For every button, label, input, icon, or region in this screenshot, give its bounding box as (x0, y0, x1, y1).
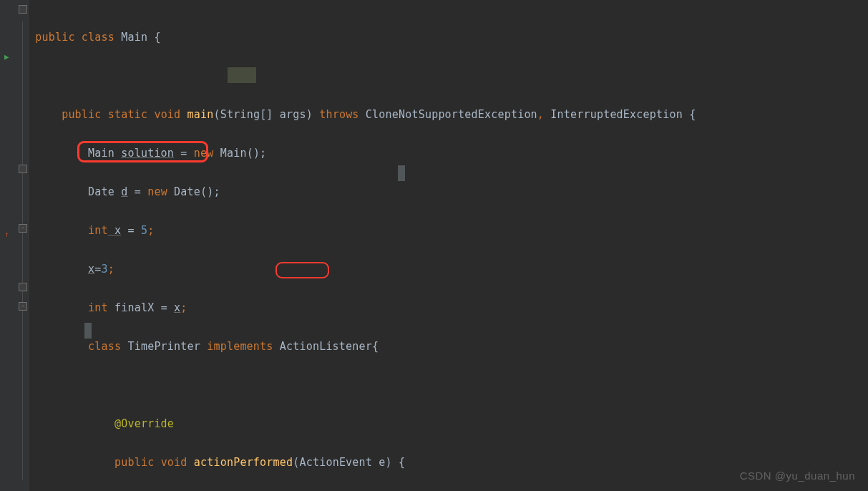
code-line[interactable]: public static void main(String[] args) t… (29, 105, 868, 125)
code-line[interactable]: x=3; (29, 260, 868, 279)
code-line[interactable] (29, 376, 868, 395)
fold-icon[interactable] (19, 5, 27, 14)
code-line[interactable]: Date d = new Date(); (29, 183, 868, 202)
code-line[interactable]: public class Main { (29, 28, 868, 47)
code-line[interactable] (29, 67, 868, 86)
fold-icon[interactable] (19, 165, 27, 173)
run-icon[interactable]: ▶ (4, 47, 9, 67)
code-line[interactable]: int x = 5; (29, 221, 868, 240)
code-line[interactable]: class TimePrinter implements ActionListe… (29, 337, 868, 356)
fold-line (22, 21, 23, 480)
watermark-text: CSDN @yu_duan_hun (740, 466, 855, 485)
fold-icon[interactable] (19, 283, 27, 291)
code-line[interactable]: int finalX = x; (29, 298, 868, 318)
override-icon[interactable]: ↑ (4, 225, 9, 244)
code-line[interactable]: @Override (29, 414, 868, 434)
code-editor[interactable]: public class Main { public static void m… (29, 0, 868, 491)
code-line[interactable]: Main solution = new Main(); (29, 144, 868, 163)
editor-gutter: ▶ ↑ - - (0, 0, 29, 491)
fold-icon[interactable]: - (19, 224, 27, 233)
fold-icon[interactable]: - (19, 302, 27, 311)
